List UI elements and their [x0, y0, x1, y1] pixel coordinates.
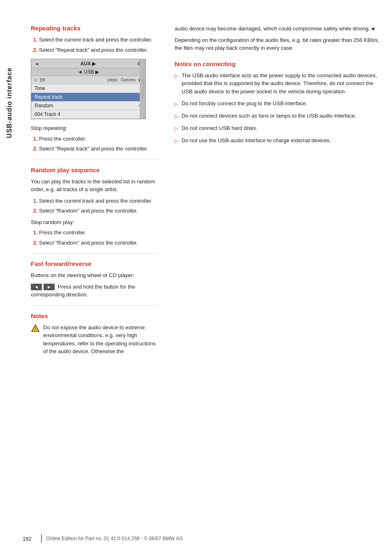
ff-button-group: ◄ ►	[31, 284, 55, 290]
list-item: ▷ Do not use the USB-audio interface to …	[175, 136, 380, 145]
list-item: ▷ Do not connect devices such as fans or…	[175, 112, 380, 120]
menu-row-tp: □ TP ylists Genres ▶	[31, 76, 145, 84]
step-item: Select the current track and press the c…	[39, 36, 158, 44]
aux-label: AUX ▶	[81, 61, 96, 67]
section-divider	[31, 305, 158, 306]
menu-row-track4: 004 Track 4	[31, 110, 145, 119]
left-column: Repeating tracks Select the current trac…	[31, 25, 158, 361]
rewind-button[interactable]: ◄	[31, 284, 42, 290]
stop-repeating-label: Stop repeating:	[31, 124, 158, 132]
bullet-text: Do not connect devices such as fans or l…	[182, 112, 356, 120]
menu-tabs: ylists Genres ▶	[107, 77, 142, 83]
right-column: audio device may become damaged, which c…	[171, 25, 380, 361]
svg-text:!: !	[35, 326, 36, 331]
ui-menu: □ TP ylists Genres ▶ Tone Repeat track	[31, 76, 145, 119]
fast-forward-heading: Fast forward/reverse	[31, 260, 158, 267]
aux-left-arrow: ◄	[35, 61, 39, 66]
bullet-arrow-icon: ▷	[175, 125, 178, 132]
usb-label: ◄ USB ▶	[78, 69, 99, 75]
step-item: Select "Random" and press the controller…	[39, 207, 158, 215]
stop-repeating-steps: Press the controller. Select "Repeat tra…	[31, 135, 158, 153]
bullet-arrow-icon: ▷	[175, 72, 178, 80]
step-item: Press the controller.	[39, 135, 158, 143]
step-item: Select "Repeat track" and press the cont…	[39, 145, 158, 153]
menu-row-tone: Tone	[31, 84, 145, 93]
tone-label: Tone	[35, 86, 45, 91]
notes-heading: Notes	[31, 312, 158, 319]
page-number: 182	[23, 536, 37, 542]
section-notes: Notes ! Do not expose the audio device t…	[31, 312, 158, 359]
repeating-tracks-heading: Repeating tracks	[31, 25, 158, 32]
menu-row-random: Random ▼	[31, 102, 145, 110]
fast-forward-buttons-text: ◄ ► Press and hold the button for the co…	[31, 283, 158, 299]
notes-on-connecting-list: ▷ The USB-audio interface acts as the po…	[175, 72, 380, 145]
step-item: Select the current track and press the c…	[39, 197, 158, 205]
step-item: Press the controller.	[39, 229, 158, 237]
notes-warning-text: Do not expose the audio device to extrem…	[43, 324, 158, 356]
tab-ylists: ylists	[107, 77, 117, 83]
section-repeating-tracks: Repeating tracks Select the current trac…	[31, 25, 158, 153]
list-item: ▷ The USB-audio interface acts as the po…	[175, 72, 380, 96]
bullet-arrow-icon: ▷	[175, 113, 178, 120]
section-random-play: Random play sequence You can play the tr…	[31, 166, 158, 247]
notes-on-connecting-heading: Notes on connecting	[175, 60, 380, 67]
random-play-heading: Random play sequence	[31, 166, 158, 173]
ui-top-bar: ◄ AUX ▶ ⚙	[31, 59, 145, 68]
repeat-track-label: Repeat track	[35, 94, 62, 100]
right-continued-text: audio device may become damaged, which c…	[175, 25, 380, 33]
section-fast-forward: Fast forward/reverse Buttons on the stee…	[31, 260, 158, 299]
bullet-arrow-icon: ▷	[175, 137, 178, 145]
stop-random-steps: Press the controller. Select "Random" an…	[31, 229, 158, 247]
step-item: Select "Repeat track" and press the cont…	[39, 46, 158, 54]
bullet-arrow-icon: ▷	[175, 100, 178, 108]
list-item: ▷ Do not connect USB hard disks.	[175, 124, 380, 132]
random-label: Random	[35, 103, 53, 109]
footer: 182 Online Edition for Part no. 01 41 0 …	[23, 534, 380, 543]
repeating-tracks-steps: Select the current track and press the c…	[31, 36, 158, 54]
bullet-text: Do not forcibly connect the plug to the …	[182, 99, 307, 108]
tab-genres: Genres	[121, 77, 136, 83]
ui-second-bar: ◄ USB ▶	[31, 68, 145, 76]
tp-label: TP	[39, 78, 45, 83]
bullet-text: The USB-audio interface acts as the powe…	[182, 72, 380, 96]
step-item: Select "Random" and press the controller…	[39, 239, 158, 247]
section-divider	[31, 160, 158, 160]
track4-label: 004 Track 4	[35, 111, 60, 117]
fast-forward-button[interactable]: ►	[44, 284, 55, 290]
bullet-text: Do not use the USB-audio interface to ch…	[182, 136, 331, 145]
tp-checkbox-icon: □	[35, 78, 37, 82]
menu-row-repeat-track: Repeat track	[31, 93, 145, 102]
warning-triangle-icon: !	[31, 324, 40, 333]
sidebar-label: USB-audio interface	[0, 41, 19, 164]
ui-screenshot-box: ◄ AUX ▶ ⚙ ◄ USB ▶ □ TP ylists Genres	[31, 59, 146, 119]
right-bit-rate-text: Depending on the configuration of the au…	[175, 36, 380, 52]
random-play-intro: You can play the tracks in the selected …	[31, 178, 158, 194]
bullet-text: Do not connect USB hard disks.	[182, 124, 257, 132]
ui-side-strip: C27E-1A+053A	[140, 59, 145, 119]
random-play-steps: Select the current track and press the c…	[31, 197, 158, 215]
list-item: ▷ Do not forcibly connect the plug to th…	[175, 99, 380, 108]
footer-divider	[41, 534, 42, 543]
section-divider	[31, 253, 158, 254]
stop-random-label: Stop random play:	[31, 218, 158, 227]
fast-forward-intro: Buttons on the steering wheel or CD play…	[31, 271, 158, 280]
notes-warning-row: ! Do not expose the audio device to extr…	[31, 324, 158, 359]
footer-text: Online Edition for Part no. 01 41 0 014 …	[46, 536, 183, 541]
